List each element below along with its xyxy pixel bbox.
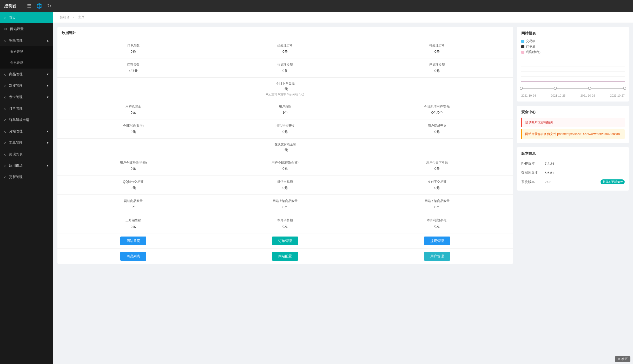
btn-site-config[interactable]: 网站配置 — [272, 252, 298, 261]
stats-value-recharge: 0元 — [61, 166, 206, 171]
layout: ○ 首页 ⚙ 网站设置 ○ 权限管理 ▲ 账户管理 角色管理 ○ 商品管理 ▼ … — [0, 12, 633, 364]
sidebar-item-role[interactable]: 角色管理 — [0, 57, 53, 69]
stats-value-goods-listed: 0个 — [212, 205, 358, 210]
chart-slider-fill — [521, 88, 625, 89]
sidebar-item-card[interactable]: ○ 发卡管理 ▼ — [0, 91, 53, 103]
stats-cell-withdraw-done: 已处理提现 0元 — [361, 58, 513, 78]
stats-label-consume: 用户今日消费(余额) — [212, 160, 358, 165]
stats-cell-goods-unlisted: 网站下架商品数量 0个 — [361, 195, 513, 214]
update-icon: ○ — [4, 175, 6, 179]
btn-cell-goods-list: 商品列表 — [57, 249, 209, 264]
sidebar-label-workorder: 工单管理 — [9, 140, 23, 145]
sidebar-item-update[interactable]: ○ 更新管理 — [0, 171, 53, 183]
sidebar-item-account[interactable]: 账户管理 — [0, 46, 53, 57]
stats-cell-user-fund: 用户总资金 0元 — [57, 100, 209, 119]
chevron-up-icon: ▲ — [46, 39, 49, 42]
refund-icon: ○ — [4, 118, 6, 122]
stats-label-profit-today: 今日利润(参考) — [61, 124, 206, 128]
stats-value-community-cost: 0元 — [212, 130, 358, 134]
menu-icon[interactable]: ☰ — [27, 3, 31, 9]
chevron-down-icon: ▼ — [46, 73, 49, 76]
sidebar-item-connect[interactable]: ○ 对接管理 ▼ — [0, 80, 53, 91]
main-content: 控制台 / 主页 数据统计 订单总数 0条 已处理订单 0条 — [53, 12, 633, 364]
btn-homepage[interactable]: 网站首页 — [120, 237, 146, 245]
sidebar-item-refund[interactable]: ○ 订单退款申请 — [0, 114, 53, 126]
button-row-2: 商品列表 网站配置 用户管理 — [57, 248, 513, 264]
security-item-1: 登录账户太容易猜测 — [521, 118, 625, 127]
btn-cell-withdraw-mgmt: 提现管理 — [361, 233, 513, 248]
withdraw-icon: ○ — [4, 152, 6, 157]
sidebar-label-withdraw: 提现列表 — [9, 152, 23, 157]
security-item-2: 网站目录存在备份文件 [/home/ftp/s/s5581462/wwwroot… — [521, 129, 625, 139]
sidebar-item-withdraw[interactable]: ○ 提现列表 — [0, 149, 53, 160]
version-badge-new[interactable]: 新版本更新New — [601, 179, 625, 184]
sidebar-item-permission[interactable]: ○ 权限管理 ▲ — [0, 35, 53, 46]
stats-cell-this-month-profit: 本月利润(参考) 0元 — [361, 214, 513, 233]
version-key-php: PHP版本 — [521, 161, 545, 166]
stats-value-new-user: 0个/0个 — [364, 110, 510, 115]
breadcrumb-separator: / — [73, 15, 75, 19]
chart-date-3: 2021-10-26 — [581, 94, 595, 97]
chart-slider-thumb-3[interactable] — [588, 87, 591, 90]
sidebar-item-branch[interactable]: ○ 分站管理 ▼ — [0, 126, 53, 137]
stats-cell-new-user: 今日新增用户/分站 0个/0个 — [361, 100, 513, 119]
topbar: 控制台 ☰ 🌐 ↻ — [0, 0, 633, 12]
stats-grid-row3: 用户总资金 0元 用户总数 1个 今日新增用户/分站 0个/0个 — [57, 100, 513, 119]
stats-value-profit-today: 0元 — [61, 130, 206, 134]
stats-label-community-cost: 社区/卡盟开支 — [212, 124, 358, 128]
stats-label-new-user: 今日新增用户/分站 — [364, 104, 510, 109]
btn-goods-list[interactable]: 商品列表 — [120, 252, 146, 261]
refresh-icon[interactable]: ↻ — [47, 3, 51, 9]
legend-dot-orders — [521, 45, 524, 48]
stats-value-order-pending: 0条 — [364, 49, 510, 54]
legend-item-profit: 利润(参考) — [521, 50, 625, 54]
stats-title: 数据统计 — [57, 27, 513, 39]
sidebar-item-workorder[interactable]: ○ 工单管理 ▼ — [0, 137, 53, 149]
stats-value-goods-total: 0个 — [61, 205, 206, 210]
chart-slider-track — [521, 88, 625, 89]
btn-order-mgmt[interactable]: 订单管理 — [272, 237, 298, 245]
globe-icon[interactable]: 🌐 — [36, 3, 42, 9]
stats-value-user-fund: 0元 — [61, 110, 206, 115]
version-title: 版本信息 — [521, 151, 625, 156]
stats-label-wechat: 微信交易额 — [212, 180, 358, 184]
stats-cell-user-total: 用户总数 1个 — [209, 100, 361, 119]
stats-label-alipay: 支付宝交易额 — [364, 180, 510, 184]
breadcrumb-item-1[interactable]: 控制台 — [60, 15, 69, 19]
sidebar-item-goods[interactable]: ○ 商品管理 ▼ — [0, 69, 53, 80]
sidebar-item-home[interactable]: ○ 首页 — [0, 12, 53, 23]
sidebar-item-order[interactable]: ○ 订单管理 — [0, 103, 53, 114]
workorder-icon: ○ — [4, 141, 6, 145]
stats-value-last-month-sales: 0元 — [61, 224, 206, 229]
version-val-system: 2.02 — [545, 180, 598, 184]
sidebar-label-card: 发卡管理 — [9, 95, 23, 99]
stats-label-withdraw-done: 已处理提现 — [364, 63, 510, 67]
btn-withdraw-mgmt[interactable]: 提现管理 — [424, 237, 450, 245]
right-panel: 网站报表 交易额 订单量 利润(参考) — [517, 27, 629, 264]
chart-date-1: 2021-10-24 — [521, 94, 536, 97]
stats-label-online-payment: 在线支付总金额 — [61, 142, 510, 147]
chevron-down-icon5: ▼ — [46, 141, 49, 144]
stats-value-withdraw-done: 0元 — [364, 69, 510, 73]
security-title: 安全中心 — [521, 110, 625, 114]
chart-slider-thumb-left[interactable] — [520, 87, 523, 90]
sidebar-label-order: 订单管理 — [9, 106, 23, 111]
chart-date-4: 2021-10-27 — [610, 94, 625, 97]
chart-legend: 交易额 订单量 利润(参考) — [521, 39, 625, 54]
chevron-down-icon6: ▼ — [46, 164, 49, 167]
btn-user-mgmt[interactable]: 用户管理 — [424, 252, 450, 261]
chart-dates: 2021-10-24 2021-10-25 2021-10-26 2021-10… — [521, 94, 625, 97]
watermark: TC社区 — [615, 357, 630, 361]
stats-label-user-fund: 用户总资金 — [61, 104, 206, 109]
stats-label-order-done: 已处理订单 — [212, 43, 358, 48]
stats-label-user-commission: 用户提成开支 — [364, 124, 510, 128]
stats-cell-orders-today: 用户今日下单数 0条 — [361, 156, 513, 176]
stats-grid-row1: 订单总数 0条 已处理订单 0条 待处理订单 0条 — [57, 39, 513, 58]
chart-slider-thumb-right[interactable] — [623, 87, 626, 90]
sidebar-item-appmarket[interactable]: ○ 应用市场 ▼ — [0, 160, 53, 171]
chart-slider-thumb-2[interactable] — [554, 87, 557, 90]
sidebar-label-refund: 订单退款申请 — [9, 118, 29, 122]
sidebar-item-site-settings[interactable]: ⚙ 网站设置 — [0, 23, 53, 35]
permission-icon: ○ — [4, 38, 6, 43]
breadcrumb-item-2[interactable]: 主页 — [78, 15, 84, 19]
